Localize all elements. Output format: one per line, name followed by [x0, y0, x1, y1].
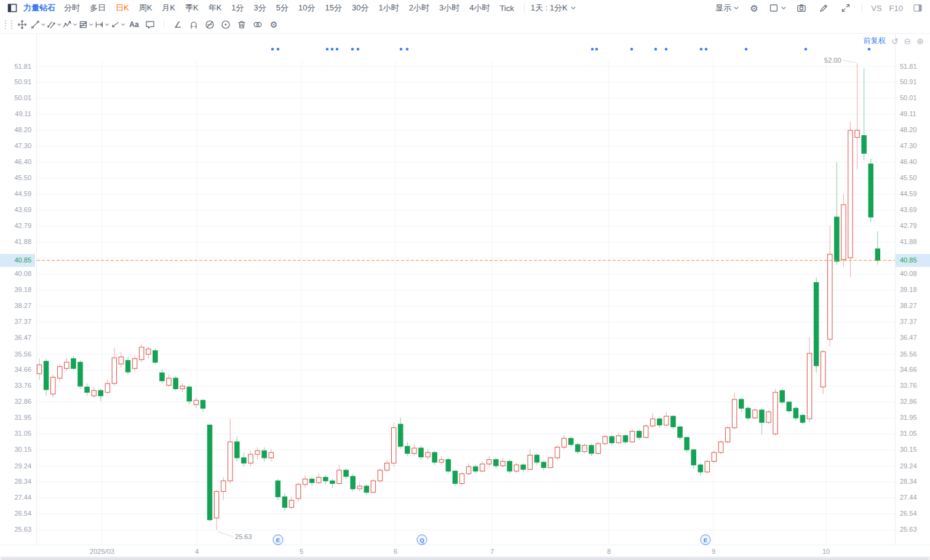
tab-30分[interactable]: 30分	[352, 2, 368, 14]
tab-日K[interactable]: 日K	[116, 2, 129, 14]
event-dot[interactable]	[331, 48, 334, 51]
event-dot[interactable]	[805, 48, 808, 51]
candle	[85, 384, 89, 396]
candle	[140, 344, 144, 362]
tab-月K[interactable]: 月K	[162, 2, 175, 14]
drawing-settings-icon[interactable]: ⚙	[266, 18, 281, 31]
link-drawings-icon[interactable]	[250, 18, 265, 31]
event-dot[interactable]	[400, 48, 403, 51]
scrollbar-thumb[interactable]	[1, 558, 929, 560]
layout-select[interactable]	[769, 3, 787, 13]
event-marker-E[interactable]: E	[701, 535, 710, 545]
zoom-out-icon[interactable]: ⊖	[904, 37, 912, 45]
tab-年K[interactable]: 年K	[209, 2, 222, 14]
svg-text:40.08: 40.08	[900, 270, 917, 277]
tab-分时[interactable]: 分时	[64, 2, 80, 14]
zoom-in-icon[interactable]: ⊕	[916, 37, 924, 45]
tab-Tick[interactable]: Tick	[499, 4, 514, 13]
event-dot[interactable]	[336, 48, 339, 51]
candle	[269, 449, 273, 461]
candle	[651, 414, 655, 428]
tab-2小时[interactable]: 2小时	[409, 2, 429, 14]
tab-3小时[interactable]: 3小时	[439, 2, 459, 14]
window-layout-icon[interactable]	[5, 1, 20, 15]
continuous-draw-icon[interactable]	[218, 18, 233, 31]
candle	[623, 434, 627, 444]
event-dot[interactable]	[705, 48, 708, 51]
svg-text:40.85: 40.85	[14, 256, 31, 264]
event-dot[interactable]	[277, 48, 280, 51]
event-dot[interactable]	[357, 48, 360, 51]
event-marker-Q[interactable]: Q	[417, 535, 427, 545]
f10-button[interactable]: F10	[889, 4, 903, 13]
event-dot[interactable]	[654, 48, 658, 51]
text-tool-icon[interactable]: Aa	[127, 18, 141, 31]
tab-15分[interactable]: 15分	[325, 2, 342, 14]
wave-tool-icon[interactable]	[63, 18, 78, 31]
svg-text:33.76: 33.76	[900, 382, 917, 389]
svg-text:40.85: 40.85	[900, 256, 917, 264]
event-marker-E[interactable]: E	[273, 535, 283, 545]
candle	[44, 358, 48, 395]
draw-pencil-icon[interactable]	[816, 1, 831, 15]
settings-gear-icon[interactable]: ⚙	[747, 1, 761, 15]
arrow-tool-icon[interactable]	[111, 18, 125, 31]
svg-text:7: 7	[490, 548, 494, 555]
trend-line-tool-icon[interactable]	[31, 18, 46, 31]
price-adjust-mode[interactable]: 前复权	[864, 36, 886, 46]
sidebar-toggle-icon[interactable]	[910, 1, 925, 15]
event-dot[interactable]	[700, 48, 703, 51]
tab-1分[interactable]: 1分	[231, 2, 244, 14]
event-dot[interactable]	[406, 48, 409, 51]
angle-tool-icon[interactable]: ∠	[170, 18, 185, 31]
reset-zoom-icon[interactable]: ↺	[891, 37, 899, 45]
toolbar-drag-handle-icon[interactable]	[5, 20, 12, 29]
delete-drawings-icon[interactable]	[234, 18, 249, 31]
event-dot[interactable]	[630, 48, 634, 51]
candle	[603, 435, 607, 445]
period-selector[interactable]: 1天 : 1分K	[531, 2, 576, 14]
candle	[459, 472, 464, 486]
event-dot[interactable]	[745, 48, 748, 51]
event-dots[interactable]	[271, 48, 871, 51]
vs-button[interactable]: VS	[871, 4, 881, 13]
event-dot[interactable]	[868, 48, 871, 51]
event-dot[interactable]	[595, 48, 598, 51]
candle	[337, 465, 341, 484]
candle	[521, 463, 525, 471]
candle	[248, 451, 253, 467]
move-tool-icon[interactable]	[15, 18, 30, 31]
tab-1小时[interactable]: 1小时	[378, 2, 399, 14]
candle	[875, 231, 880, 265]
tab-5分[interactable]: 5分	[276, 2, 288, 14]
candle	[480, 462, 485, 472]
candlestick-chart[interactable]: 51.8151.8150.9150.9150.0150.0149.1149.11…	[0, 34, 930, 560]
chart-scrollbar[interactable]	[0, 556, 930, 560]
magnet-tool-icon[interactable]	[186, 18, 201, 31]
tab-10分[interactable]: 10分	[298, 2, 315, 14]
event-dot[interactable]	[665, 48, 668, 51]
svg-text:46.40: 46.40	[900, 158, 917, 165]
measure-tool-icon[interactable]	[95, 18, 109, 31]
fib-tool-icon[interactable]	[79, 18, 93, 31]
event-dot[interactable]	[351, 48, 354, 51]
svg-text:5: 5	[300, 548, 303, 555]
fullscreen-icon[interactable]	[838, 1, 853, 15]
candle	[835, 162, 839, 265]
event-dot[interactable]	[591, 48, 594, 51]
tab-季K[interactable]: 季K	[185, 2, 199, 14]
tab-4小时[interactable]: 4小时	[469, 2, 490, 14]
pitchfork-tool-icon[interactable]	[47, 18, 62, 31]
event-dot[interactable]	[326, 48, 329, 51]
tab-周K[interactable]: 周K	[139, 2, 153, 14]
comment-tool-icon[interactable]	[143, 18, 157, 31]
tab-多日[interactable]: 多日	[90, 2, 106, 14]
svg-text:E: E	[276, 537, 280, 543]
hide-drawings-icon[interactable]	[202, 18, 217, 31]
display-menu[interactable]: 显示	[715, 2, 739, 14]
tab-3分[interactable]: 3分	[254, 2, 266, 14]
candle	[50, 374, 55, 397]
screenshot-camera-icon[interactable]	[794, 1, 809, 15]
candle	[725, 426, 729, 444]
event-dot[interactable]	[271, 48, 274, 51]
